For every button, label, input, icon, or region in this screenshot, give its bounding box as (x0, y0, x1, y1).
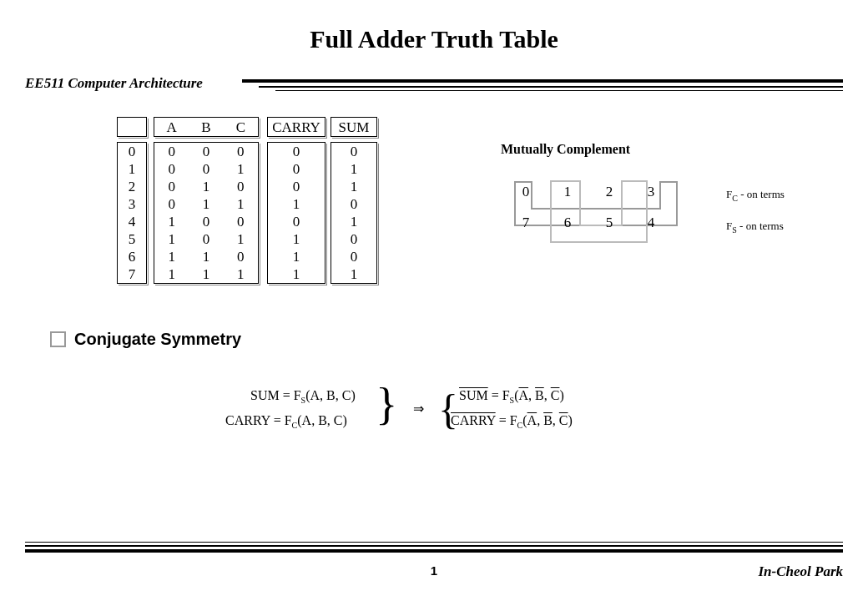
cell-c: 1 (224, 230, 258, 248)
header-rule (25, 79, 843, 94)
diag-n: 3 (643, 184, 659, 200)
cell-carry: 1 (268, 230, 325, 248)
cell-a: 0 (154, 195, 189, 213)
cell-a: 1 (154, 265, 189, 283)
cell-sum: 1 (331, 178, 376, 195)
cell-b: 1 (189, 195, 223, 213)
cell-c: 1 (224, 160, 258, 178)
cell-sum: 1 (331, 265, 376, 283)
row-index: 5 (118, 230, 146, 248)
square-bullet-icon (50, 331, 66, 347)
diag-n: 4 (643, 215, 659, 231)
cell-c: 0 (224, 178, 258, 195)
row-index: 4 (118, 213, 146, 230)
row-index: 6 (118, 248, 146, 265)
cell-a: 0 (154, 178, 189, 195)
row-index: 0 (118, 143, 146, 160)
col-c-header: C (224, 118, 258, 138)
cell-carry: 0 (268, 178, 325, 195)
cell-b: 0 (189, 160, 223, 178)
cell-b: 0 (189, 213, 223, 230)
cell-b: 1 (189, 178, 223, 195)
diag-n: 0 (517, 184, 534, 200)
bullet-conjugate-symmetry: Conjugate Symmetry (50, 330, 241, 349)
diag-n: 5 (601, 215, 618, 231)
cell-c: 1 (224, 195, 258, 213)
cell-carry: 1 (268, 195, 325, 213)
cell-a: 1 (154, 248, 189, 265)
row-index: 2 (118, 178, 146, 195)
cell-c: 0 (224, 213, 258, 230)
cell-b: 1 (189, 265, 223, 283)
cell-carry: 0 (268, 213, 325, 230)
cell-carry: 0 (268, 160, 325, 178)
col-a-header: A (154, 118, 189, 138)
cell-c: 0 (224, 248, 258, 265)
cell-sum: 0 (331, 248, 376, 265)
page-number: 1 (0, 563, 868, 578)
cell-carry: 1 (268, 248, 325, 265)
page-title: Full Adder Truth Table (0, 25, 868, 53)
cell-b: 0 (189, 143, 223, 160)
cell-a: 0 (154, 160, 189, 178)
fs-onterms-label: FS - on terms (726, 220, 784, 235)
cell-b: 1 (189, 248, 223, 265)
equations: SUM = FS(A, B, C) CARRY = FC(A, B, C) } … (250, 384, 618, 442)
diag-n: 7 (517, 215, 534, 231)
fc-onterms-label: FC - on terms (726, 188, 785, 203)
cell-carry: 1 (268, 265, 325, 283)
cell-sum: 1 (331, 213, 376, 230)
complement-diagram: 0 1 2 3 7 6 5 4 (513, 179, 714, 255)
cell-sum: 0 (331, 230, 376, 248)
cell-a: 1 (154, 230, 189, 248)
diag-n: 2 (601, 184, 618, 200)
cell-c: 1 (224, 265, 258, 283)
row-index: 1 (118, 160, 146, 178)
cell-a: 1 (154, 213, 189, 230)
row-index: 3 (118, 195, 146, 213)
cell-carry: 0 (268, 143, 325, 160)
cell-sum: 0 (331, 195, 376, 213)
cell-b: 0 (189, 230, 223, 248)
cell-sum: 1 (331, 160, 376, 178)
mutually-complement-label: Mutually Complement (501, 142, 630, 157)
footer-rule (25, 538, 843, 553)
cell-c: 0 (224, 143, 258, 160)
cell-a: 0 (154, 143, 189, 160)
cell-sum: 0 (331, 143, 376, 160)
col-sum-header: SUM (331, 118, 376, 138)
diag-n: 1 (559, 184, 576, 200)
col-carry-header: CARRY (268, 118, 325, 138)
row-index: 7 (118, 265, 146, 283)
col-b-header: B (189, 118, 223, 138)
diag-n: 6 (559, 215, 576, 231)
author-label: In-Cheol Park (758, 563, 843, 580)
